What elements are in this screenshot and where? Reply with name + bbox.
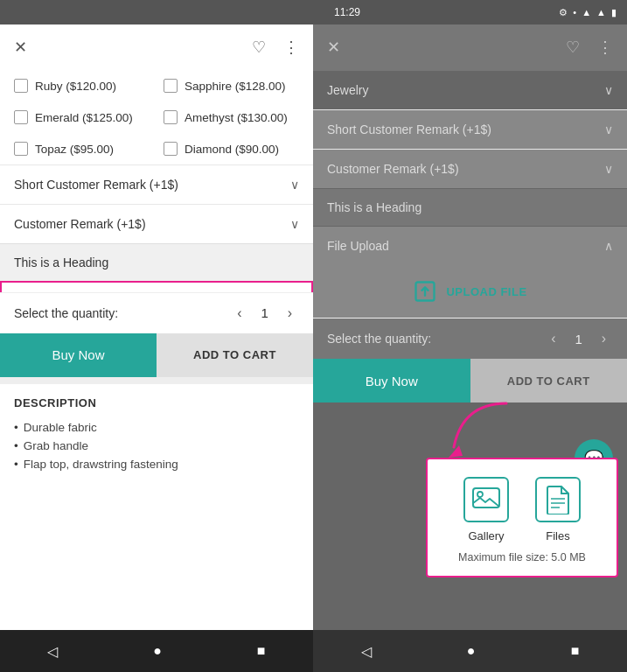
action-buttons-right: Buy Now ADD TO CART (313, 359, 627, 402)
add-to-cart-button-right[interactable]: ADD TO CART (470, 359, 628, 402)
wifi-icon: ▲ (582, 7, 591, 18)
checkbox-box-topaz[interactable] (14, 142, 28, 156)
checkbox-label-topaz: Topaz ($95.00) (35, 143, 114, 156)
file-upload-section-left: File Upload ∧ UPLOAD FILE (0, 281, 313, 292)
desc-item-0: • Durable fabric (14, 418, 299, 437)
description-section: DESCRIPTION • Durable fabric • Grab hand… (0, 377, 313, 631)
more-icon-left[interactable]: ⋮ (283, 38, 299, 57)
qty-next-left[interactable]: › (281, 302, 299, 325)
panels-container: ✕ ♡ ⋮ Ruby ($120.00) Sapphire ($128.00) (0, 24, 627, 630)
qty-controls-left: ‹ 1 › (230, 302, 299, 325)
accordion-short-remark-label-left: Short Customer Remark (+1$) (14, 178, 178, 192)
checkbox-label-sapphire: Sapphire ($128.00) (185, 80, 286, 93)
file-icon (546, 485, 570, 514)
close-icon-left[interactable]: ✕ (14, 38, 27, 57)
gear-icon: ⚙ (559, 7, 568, 18)
quantity-row-right: Select the quantity: ‹ 1 › (313, 318, 627, 359)
signal-icon: ▲ (596, 7, 606, 18)
popup-gallery-item[interactable]: Gallery (463, 477, 509, 542)
left-panel: ✕ ♡ ⋮ Ruby ($120.00) Sapphire ($128.00) (0, 24, 313, 630)
files-label: Files (546, 529, 569, 542)
quantity-label-right: Select the quantity: (327, 332, 431, 346)
dot-icon: • (573, 7, 576, 18)
close-icon-right[interactable]: ✕ (327, 38, 340, 57)
nav-back-left[interactable]: ◁ (47, 643, 58, 660)
qty-value-left: 1 (256, 305, 274, 320)
svg-rect-2 (473, 488, 499, 508)
gallery-icon-box[interactable] (463, 477, 509, 522)
bullet-1: • (14, 439, 18, 452)
file-upload-header-left[interactable]: File Upload ∧ (2, 283, 311, 292)
qty-next-right[interactable]: › (595, 327, 613, 350)
upload-area-right[interactable]: UPLOAD FILE (313, 265, 627, 318)
chevron-down-jewelry: ∨ (604, 83, 613, 97)
nav-bar-left: ◁ ● ■ (0, 630, 313, 672)
chevron-down-short-right: ∨ (604, 122, 613, 136)
checkbox-label-emerald: Emerald ($125.00) (35, 111, 133, 124)
desc-text-2: Flap top, drawstring fastening (24, 458, 178, 471)
jewelry-row[interactable]: Jewelry ∨ (313, 70, 627, 109)
checkbox-box-diamond[interactable] (164, 142, 178, 156)
chevron-down-icon-customer-left: ∨ (290, 217, 299, 231)
status-time: 11:29 (334, 6, 360, 18)
checkbox-box-amethyst[interactable] (164, 110, 178, 124)
accordion-short-remark-label-right: Short Customer Remark (+1$) (327, 122, 491, 136)
checkbox-sapphire[interactable]: Sapphire ($128.00) (157, 70, 306, 102)
heading-section-left: This is a Heading (0, 243, 313, 281)
checkbox-box-ruby[interactable] (14, 79, 28, 93)
accordion-customer-remark-left[interactable]: Customer Remark (+1$) ∨ (0, 204, 313, 243)
gallery-icon (472, 487, 500, 512)
nav-home-right[interactable]: ● (467, 643, 476, 659)
qty-prev-left[interactable]: ‹ (230, 302, 248, 325)
favorite-icon-left[interactable]: ♡ (252, 38, 266, 57)
accordion-short-remark-right[interactable]: Short Customer Remark (+1$) ∨ (313, 109, 627, 149)
nav-home-left[interactable]: ● (153, 643, 162, 659)
left-header: ✕ ♡ ⋮ (0, 24, 313, 70)
file-upload-header-right[interactable]: File Upload ∧ (313, 227, 627, 265)
checkbox-label-amethyst: Amethyst ($130.00) (185, 111, 288, 124)
nav-back-right[interactable]: ◁ (361, 643, 372, 660)
file-upload-popup: Gallery Files (426, 458, 618, 578)
more-icon-right[interactable]: ⋮ (597, 38, 613, 57)
accordion-customer-remark-label-right: Customer Remark (+1$) (327, 162, 459, 176)
chevron-down-icon-short-left: ∨ (290, 178, 299, 192)
bullet-0: • (14, 421, 18, 434)
heading-text-left: This is a Heading (14, 256, 108, 270)
accordion-short-remark-left[interactable]: Short Customer Remark (+1$) ∨ (0, 164, 313, 204)
checkbox-topaz[interactable]: Topaz ($95.00) (7, 133, 157, 164)
desc-text-1: Grab handle (24, 439, 88, 452)
popup-icons-row: Gallery Files (442, 477, 603, 542)
popup-files-item[interactable]: Files (535, 477, 581, 542)
nav-recents-right[interactable]: ■ (571, 643, 580, 659)
file-upload-label-right: File Upload (327, 239, 389, 253)
checkbox-amethyst[interactable]: Amethyst ($130.00) (157, 102, 306, 133)
checkbox-emerald[interactable]: Emerald ($125.00) (7, 102, 157, 133)
nav-recents-left[interactable]: ■ (257, 643, 266, 659)
checkbox-ruby[interactable]: Ruby ($120.00) (7, 70, 157, 102)
add-to-cart-button-left[interactable]: ADD TO CART (157, 333, 313, 377)
qty-prev-right[interactable]: ‹ (544, 327, 562, 350)
status-bar: 11:29 ⚙ • ▲ ▲ ▮ (0, 0, 627, 24)
upload-button-text-right[interactable]: UPLOAD FILE (446, 285, 526, 298)
bullet-2: • (14, 458, 18, 471)
accordion-customer-remark-right[interactable]: Customer Remark (+1$) ∨ (313, 149, 627, 188)
buy-now-button-right[interactable]: Buy Now (313, 359, 470, 402)
jewelry-label: Jewelry (327, 83, 368, 97)
nav-bar: ◁ ● ■ ◁ ● ■ (0, 630, 627, 672)
chevron-down-customer-right: ∨ (604, 162, 613, 176)
battery-icon: ▮ (611, 7, 617, 18)
status-icons: ⚙ • ▲ ▲ ▮ (559, 7, 617, 18)
gallery-label: Gallery (468, 529, 504, 542)
checkbox-diamond[interactable]: Diamond ($90.00) (157, 133, 306, 164)
description-title: DESCRIPTION (14, 396, 299, 410)
checkbox-box-emerald[interactable] (14, 110, 28, 124)
checkbox-box-sapphire[interactable] (164, 79, 178, 93)
header-right-icons-right: ♡ ⋮ (566, 38, 613, 57)
files-icon-box[interactable] (535, 477, 581, 522)
favorite-icon-right[interactable]: ♡ (566, 38, 580, 57)
popup-info-text: Maximum file size: 5.0 MB (458, 551, 586, 564)
heading-text-right: This is a Heading (327, 200, 421, 214)
heading-section-right: This is a Heading (313, 188, 627, 226)
buy-now-button-left[interactable]: Buy Now (0, 333, 157, 377)
nav-bar-right: ◁ ● ■ (313, 630, 627, 672)
